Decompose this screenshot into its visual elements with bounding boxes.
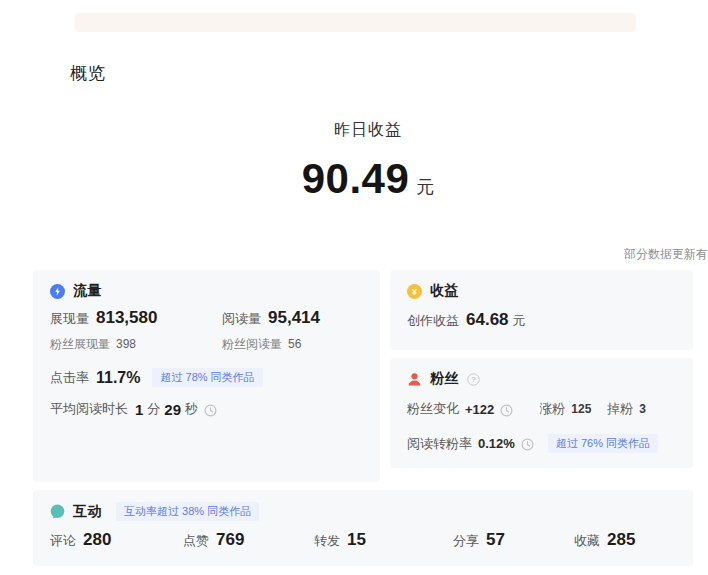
traffic-card-title: 流量 <box>73 282 102 300</box>
creation-revenue-label: 创作收益 <box>407 312 459 330</box>
read-to-fan-rank-badge: 超过 76% 同类作品 <box>548 434 658 453</box>
traffic-card: 流量 展现量 813,580 阅读量 95,414 粉丝展现量 398 粉丝阅读… <box>33 270 380 482</box>
shares-label: 分享 <box>453 532 479 550</box>
fans-card: 粉丝 ? 粉丝变化 +122 涨粉 125 掉粉 3 阅读转粉率 0.12% 超… <box>390 358 693 468</box>
fan-gain-value: 125 <box>571 402 591 416</box>
reads-value: 95,414 <box>268 308 320 328</box>
overview-page: 概览 昨日收益 90.49元 部分数据更新有 流量 展现量 813,580 阅读… <box>0 0 708 575</box>
impressions-value: 813,580 <box>96 308 157 328</box>
creation-revenue-unit: 元 <box>513 312 526 330</box>
fan-reads-label: 粉丝阅读量 <box>222 336 282 353</box>
impressions-label: 展现量 <box>50 310 89 328</box>
likes-label: 点赞 <box>183 532 209 550</box>
revenue-card: ¥ 收益 创作收益 64.68 元 <box>390 270 693 350</box>
fan-reads-value: 56 <box>288 337 301 351</box>
yesterday-earnings-unit: 元 <box>416 177 434 197</box>
favorites-label: 收藏 <box>574 532 600 550</box>
fan-loss-value: 3 <box>639 402 646 416</box>
fan-change-clock-icon[interactable] <box>500 404 513 417</box>
fan-impressions-value: 398 <box>116 337 136 351</box>
interaction-bubble-icon <box>50 504 65 519</box>
revenue-card-title: 收益 <box>430 282 459 300</box>
shares-value: 57 <box>486 530 505 550</box>
revenue-coin-icon: ¥ <box>407 284 422 299</box>
data-update-note: 部分数据更新有 <box>624 246 708 263</box>
fans-card-title: 粉丝 <box>430 370 459 388</box>
comments-label: 评论 <box>50 532 76 550</box>
fans-person-icon <box>407 372 422 387</box>
avg-read-time-min: 1 <box>135 401 143 418</box>
page-title: 概览 <box>70 62 106 85</box>
interaction-card: 互动 互动率超过 38% 同类作品 评论 280 点赞 769 转发 15 分享… <box>33 490 693 566</box>
favorites-value: 285 <box>607 530 635 550</box>
avg-read-time-min-unit: 分 <box>147 400 160 418</box>
reposts-value: 15 <box>347 530 366 550</box>
help-icon[interactable]: ? <box>467 373 480 386</box>
fan-impressions-label: 粉丝展现量 <box>50 336 110 353</box>
fan-change-value: +122 <box>465 402 494 417</box>
fan-change-label: 粉丝变化 <box>407 400 459 418</box>
creation-revenue-value: 64.68 <box>466 310 509 330</box>
avg-read-time-sec: 29 <box>164 401 181 418</box>
reposts-label: 转发 <box>314 532 340 550</box>
read-to-fan-clock-icon[interactable] <box>521 438 534 451</box>
interaction-rank-badge: 互动率超过 38% 同类作品 <box>116 502 259 521</box>
fan-gain-label: 涨粉 <box>539 400 565 418</box>
likes-value: 769 <box>216 530 244 550</box>
ctr-value: 11.7% <box>96 369 140 387</box>
fan-loss-label: 掉粉 <box>607 400 633 418</box>
svg-text:¥: ¥ <box>412 287 417 297</box>
delayed-update-clock-icon[interactable] <box>204 404 217 417</box>
yesterday-earnings-summary: 昨日收益 90.49元 <box>0 120 708 203</box>
interaction-card-title: 互动 <box>73 503 102 521</box>
read-to-fan-rate-value: 0.12% <box>478 436 515 451</box>
avg-read-time-label: 平均阅读时长 <box>50 400 128 418</box>
ctr-rank-badge: 超过 78% 同类作品 <box>152 368 262 387</box>
yesterday-earnings-label: 昨日收益 <box>0 120 708 141</box>
read-to-fan-rate-label: 阅读转粉率 <box>407 435 472 453</box>
top-banner-bar <box>75 13 636 32</box>
avg-read-time-sec-unit: 秒 <box>185 400 198 418</box>
reads-label: 阅读量 <box>222 310 261 328</box>
ctr-label: 点击率 <box>50 369 89 387</box>
traffic-icon <box>50 284 65 299</box>
svg-text:?: ? <box>471 375 476 384</box>
comments-value: 280 <box>83 530 111 550</box>
yesterday-earnings-value: 90.49 <box>302 155 410 202</box>
